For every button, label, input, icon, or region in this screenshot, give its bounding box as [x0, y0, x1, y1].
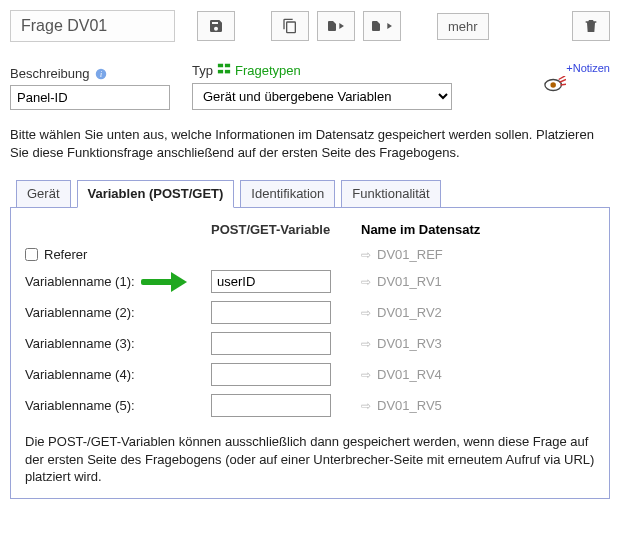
dataset-name: DV01_RV5 — [377, 398, 442, 413]
save-button[interactable] — [197, 11, 235, 41]
variable-row: Variablenname (2):⇨DV01_RV2 — [25, 301, 595, 324]
doc-out-icon — [370, 20, 382, 32]
variable-row: Variablenname (5):⇨DV01_RV5 — [25, 394, 595, 417]
type-select[interactable]: Gerät und übergebene Variablen — [192, 83, 452, 110]
notes-link[interactable]: +Notizen — [566, 62, 610, 74]
map-arrow-icon: ⇨ — [361, 248, 371, 262]
variable-label: Variablenname (3): — [25, 336, 211, 351]
meta-row: Beschreibung i Typ Fragetypen Gerät und … — [10, 62, 610, 110]
dataset-name: DV01_REF — [377, 247, 443, 262]
referer-label: Referer — [44, 247, 87, 262]
save-icon — [208, 18, 224, 34]
svg-rect-5 — [225, 70, 230, 74]
explanation-text: Bitte wählen Sie unten aus, welche Infor… — [10, 126, 610, 161]
tab-device[interactable]: Gerät — [16, 180, 71, 208]
page-title: Frage DV01 — [10, 10, 175, 42]
preview-icon[interactable] — [544, 76, 566, 97]
tab-variables[interactable]: Variablen (POST/GET) — [77, 180, 235, 208]
dataset-name: DV01_RV4 — [377, 367, 442, 382]
arrow-right-icon — [336, 21, 346, 31]
questiontype-icon — [217, 62, 231, 79]
svg-rect-4 — [218, 70, 223, 74]
col-header-variable: POST/GET-Variable — [211, 222, 361, 237]
variable-name-input[interactable] — [211, 301, 331, 324]
variable-label: Variablenname (4): — [25, 367, 211, 382]
map-arrow-icon: ⇨ — [361, 306, 371, 320]
map-arrow-icon: ⇨ — [361, 368, 371, 382]
delete-button[interactable] — [572, 11, 610, 41]
questiontypes-link[interactable]: Fragetypen — [235, 63, 301, 78]
variable-label: Variablenname (1): — [25, 274, 135, 289]
copy-icon — [282, 18, 298, 34]
export-button[interactable] — [363, 11, 401, 41]
variable-name-input[interactable] — [211, 270, 331, 293]
duplicate-button[interactable] — [271, 11, 309, 41]
map-arrow-icon: ⇨ — [361, 399, 371, 413]
tab-functionality[interactable]: Funktionalität — [341, 180, 440, 208]
tab-panel-variables: POST/GET-Variable Name im Datensatz Refe… — [10, 207, 610, 499]
dataset-name: DV01_RV2 — [377, 305, 442, 320]
variable-name-input[interactable] — [211, 363, 331, 386]
description-label: Beschreibung — [10, 66, 90, 81]
svg-rect-2 — [218, 64, 223, 68]
map-arrow-icon: ⇨ — [361, 275, 371, 289]
variable-row: Variablenname (1):⇨DV01_RV1 — [25, 270, 595, 293]
referer-checkbox[interactable] — [25, 248, 38, 261]
top-toolbar: Frage DV01 mehr — [10, 10, 610, 42]
variable-row: Variablenname (4):⇨DV01_RV4 — [25, 363, 595, 386]
variable-label: Variablenname (2): — [25, 305, 211, 320]
more-button[interactable]: mehr — [437, 13, 489, 40]
panel-note: Die POST-/GET-Variablen können ausschlie… — [25, 433, 595, 486]
tab-identification[interactable]: Identifikation — [240, 180, 335, 208]
tabs: Gerät Variablen (POST/GET) Identifikatio… — [10, 179, 610, 499]
import-button[interactable] — [317, 11, 355, 41]
map-arrow-icon: ⇨ — [361, 337, 371, 351]
svg-rect-3 — [225, 64, 230, 68]
variable-label: Variablenname (5): — [25, 398, 211, 413]
referer-row: Referer ⇨DV01_REF — [25, 247, 595, 262]
variable-name-input[interactable] — [211, 332, 331, 355]
col-header-dataset: Name im Datensatz — [361, 222, 595, 237]
dataset-name: DV01_RV3 — [377, 336, 442, 351]
variable-row: Variablenname (3):⇨DV01_RV3 — [25, 332, 595, 355]
variable-name-input[interactable] — [211, 394, 331, 417]
type-label: Typ — [192, 63, 213, 78]
description-input[interactable] — [10, 85, 170, 110]
svg-point-7 — [551, 82, 557, 88]
svg-text:i: i — [99, 69, 101, 78]
info-icon: i — [94, 67, 108, 81]
pointer-arrow-icon — [141, 273, 189, 291]
dataset-name: DV01_RV1 — [377, 274, 442, 289]
arrow-right-icon — [384, 21, 394, 31]
trash-icon — [583, 18, 599, 34]
